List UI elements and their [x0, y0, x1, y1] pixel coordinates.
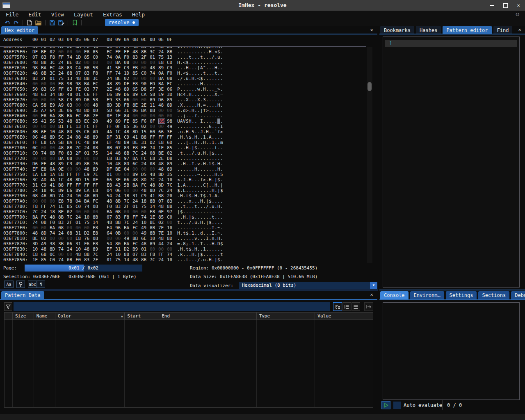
hex-byte[interactable]: 38	[50, 241, 58, 247]
hex-byte[interactable]: 50	[32, 87, 41, 92]
hex-row[interactable]: 036F7650:5083C6FF83FE03772E488D05D85F3E0…	[0, 87, 366, 92]
hex-byte[interactable]: 83	[115, 204, 124, 209]
ascii-char[interactable]: .	[220, 76, 223, 81]
ascii-char[interactable]: .	[200, 161, 203, 167]
ascii-char[interactable]: $	[194, 145, 197, 151]
hex-byte[interactable]: 89	[115, 92, 124, 97]
ascii-char[interactable]: .	[203, 81, 206, 87]
tab-settings[interactable]: Settings	[446, 291, 477, 299]
hex-row[interactable]: 036F7730:D6FE4889C3498B7610488D6C2408488…	[0, 161, 366, 167]
hex-byte[interactable]: 10	[141, 220, 150, 225]
ascii-char[interactable]: .	[206, 71, 209, 76]
hex-byte[interactable]: 00	[41, 145, 50, 151]
hex-byte[interactable]: 8D	[124, 161, 132, 167]
hex-byte[interactable]: EA	[32, 172, 41, 177]
ascii-char[interactable]: .	[177, 172, 180, 177]
ascii-char[interactable]: .	[189, 129, 192, 135]
hex-byte[interactable]: E8	[158, 60, 167, 65]
hex-byte[interactable]: 5B	[124, 183, 132, 188]
menu-layout[interactable]: Layout	[69, 11, 98, 19]
ascii-char[interactable]: .	[220, 60, 223, 65]
hex-byte[interactable]: 83	[75, 119, 84, 124]
hex-byte[interactable]: 06	[67, 241, 75, 247]
hex-byte[interactable]: E8	[93, 188, 101, 193]
ascii-char[interactable]: .	[197, 60, 200, 65]
hex-byte[interactable]: 8B	[41, 60, 50, 65]
hex-byte[interactable]: 48	[41, 247, 50, 252]
ascii-char[interactable]: .	[177, 151, 180, 156]
hex-byte[interactable]: BA	[58, 156, 67, 161]
hex-byte[interactable]: 64	[107, 231, 115, 236]
ascii-char[interactable]: .	[189, 145, 192, 151]
ascii-char[interactable]: .	[203, 209, 206, 215]
ascii-char[interactable]: .	[197, 145, 200, 151]
ascii-char[interactable]: .	[203, 49, 206, 55]
hex-row[interactable]: 036F75F0:0783F8FF741D85C0740AF0832F01751…	[0, 55, 366, 60]
ascii-char[interactable]: .	[197, 177, 200, 183]
ascii-char[interactable]: .	[215, 103, 217, 108]
hex-byte[interactable]: 11	[150, 103, 158, 108]
menu-file[interactable]: File	[1, 11, 23, 19]
ascii-char[interactable]: .	[177, 156, 180, 161]
ascii-char[interactable]: $	[192, 215, 194, 220]
hex-byte[interactable]: 08	[67, 231, 75, 236]
hex-byte[interactable]: 06	[167, 87, 176, 92]
hex-byte[interactable]: 85	[84, 55, 93, 60]
tree-view-button[interactable]	[333, 302, 342, 311]
hex-byte[interactable]: C0	[75, 204, 84, 209]
ascii-char[interactable]: X	[197, 97, 200, 103]
hex-row[interactable]: 036F7820:3DA9383B0631F6E85480BAFC4889442…	[0, 241, 366, 247]
ascii-char[interactable]: .	[197, 183, 200, 188]
hex-byte[interactable]: 55	[32, 119, 41, 124]
hex-byte[interactable]: F0	[167, 71, 176, 76]
hex-byte[interactable]: FC	[141, 156, 150, 161]
hex-byte[interactable]: 81	[58, 124, 67, 129]
hex-byte[interactable]: 48	[84, 247, 93, 252]
hex-byte[interactable]: 01	[84, 151, 93, 156]
ascii-char[interactable]: .	[206, 81, 209, 87]
hex-row[interactable]: 036F7620:488B3C248B0783F8FF741D85C0740AF…	[0, 71, 366, 76]
hex-byte[interactable]: 1D	[124, 71, 132, 76]
hex-byte[interactable]: 58	[150, 92, 158, 97]
ascii-char[interactable]: .	[183, 257, 186, 262]
ascii-char[interactable]: .	[192, 204, 194, 209]
hex-byte[interactable]: 7E	[158, 225, 167, 231]
hex-byte[interactable]: 02	[141, 124, 150, 129]
ascii-char[interactable]: .	[209, 188, 212, 193]
hex-byte[interactable]: D6	[84, 97, 93, 103]
selected-ascii-char[interactable]: .	[217, 119, 220, 124]
ascii-char[interactable]: .	[197, 231, 200, 236]
ascii-char[interactable]: .	[217, 124, 220, 129]
ascii-char[interactable]: .	[183, 156, 186, 161]
ascii-char[interactable]: .	[189, 156, 192, 161]
hex-byte[interactable]: 48	[50, 161, 58, 167]
hex-row[interactable]: 036F7680:CA58E9A9030000488D3DFB8E2E11488…	[0, 103, 366, 108]
hex-byte[interactable]: 04	[107, 188, 115, 193]
hex-byte[interactable]: 13	[75, 124, 84, 129]
ascii-char[interactable]: t	[186, 193, 189, 199]
hex-byte[interactable]: FC	[167, 81, 176, 87]
ascii-char[interactable]: .	[180, 241, 183, 247]
ascii-char[interactable]: <	[183, 71, 186, 76]
ascii-char[interactable]: $	[220, 188, 223, 193]
hex-byte[interactable]: BE	[158, 151, 167, 156]
hex-byte[interactable]: 7C	[167, 183, 176, 188]
hex-byte[interactable]: 44	[158, 241, 167, 247]
ascii-char[interactable]: .	[183, 76, 186, 81]
ascii-char[interactable]: .	[180, 140, 183, 145]
hex-byte[interactable]: 2E	[107, 87, 115, 92]
hex-byte[interactable]: 48	[115, 140, 124, 145]
hex-byte[interactable]: 48	[150, 65, 158, 71]
hex-byte[interactable]: 89	[132, 172, 141, 177]
ascii-char[interactable]: A	[183, 183, 186, 188]
ascii-char[interactable]: .	[192, 124, 194, 129]
hex-byte[interactable]: 7C	[67, 215, 75, 220]
ascii-char[interactable]: .	[217, 209, 220, 215]
hex-byte[interactable]: 20	[167, 193, 176, 199]
hex-byte[interactable]: EF	[107, 140, 115, 145]
ascii-char[interactable]: .	[215, 236, 217, 241]
ascii-char[interactable]: H	[203, 140, 206, 145]
hex-byte[interactable]: C6	[84, 92, 93, 97]
ascii-char[interactable]: .	[194, 257, 197, 262]
hex-byte[interactable]: 00	[141, 97, 150, 103]
